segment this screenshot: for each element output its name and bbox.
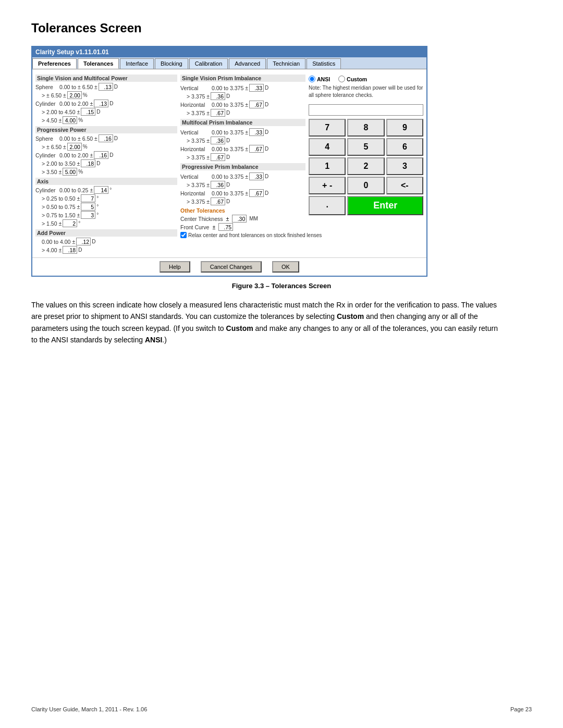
sv-cyl-r3-val[interactable]: 4.00 [63, 116, 77, 124]
ansi-custom-row: ANSI Custom [309, 76, 423, 82]
sv-multifocal-header: Single Vision and Multifocal Power [35, 75, 177, 82]
numpad-3[interactable]: 3 [386, 157, 423, 175]
axis-r1-unit: ° [109, 187, 112, 193]
sv-prism-v-r1-val[interactable]: .33 [249, 84, 264, 92]
numpad-enter[interactable]: Enter [347, 196, 423, 215]
center-thickness-val[interactable]: .30 [232, 215, 247, 223]
relax-label: Relax center and front tolerances on sto… [188, 232, 322, 238]
pp-cyl-r2-range: > 2.00 to 3.50 ± [42, 161, 80, 167]
pp-cyl-r3-val[interactable]: 5.00 [63, 168, 77, 176]
numpad-backspace[interactable]: <- [386, 177, 423, 194]
tab-preferences[interactable]: Preferences [32, 58, 77, 69]
sv-sphere-r2-unit: % [83, 92, 88, 98]
sv-cyl-r1-val[interactable]: .13 [94, 100, 108, 107]
prog-prism-h-r2-range: > 3.375 ± [187, 199, 210, 205]
add-r1-val[interactable]: .12 [76, 238, 91, 245]
sv-prism-h-r2-unit: D [226, 110, 230, 116]
pp-cyl-r1-val[interactable]: .16 [94, 151, 108, 159]
sv-cyl-r2-val[interactable]: .15 [81, 108, 95, 116]
tab-calibration[interactable]: Calibration [189, 58, 228, 69]
numpad-9[interactable]: 9 [386, 119, 423, 137]
numpad-2[interactable]: 2 [347, 157, 384, 175]
numpad-dot[interactable]: . [309, 196, 346, 215]
tab-technician[interactable]: Technician [267, 58, 305, 69]
sphere-label: Sphere [35, 84, 58, 90]
numpad-5[interactable]: 5 [347, 138, 384, 156]
prog-prism-h-r1-val[interactable]: .67 [249, 189, 264, 197]
numpad-8[interactable]: 8 [347, 119, 384, 137]
prog-prism-h-label: Horizontal [180, 190, 211, 196]
axis-row2: > 0.25 to 0.50 ± 7 ° [42, 194, 177, 202]
pp-sphere-r1-range: 0.00 to ± 6.50 ± [59, 135, 97, 142]
cyl-row3: > 4.50 ± 4.00 % [42, 116, 177, 124]
axis-r4-unit: ° [96, 212, 99, 218]
prog-prism-h-r2-val[interactable]: .67 [211, 198, 225, 205]
prog-prism-v-r2-range: > 3.375 ± [187, 182, 210, 188]
cancel-button[interactable]: Cancel Changes [201, 261, 262, 273]
body-text: The values on this screen indicate how c… [31, 299, 500, 346]
sv-sphere-r2-val[interactable]: 2.00 [67, 91, 82, 99]
sv-sphere-r1-val[interactable]: .13 [99, 83, 113, 91]
mf-prism-v-r2-val[interactable]: .36 [211, 137, 225, 144]
pp-sphere-row1: Sphere 0.00 to ± 6.50 ± .16 D [35, 134, 177, 142]
axis-r1-val[interactable]: 14 [94, 186, 108, 194]
custom-label: Custom [347, 76, 367, 82]
axis-r2-val[interactable]: 7 [81, 194, 95, 202]
axis-r5-val[interactable]: 2 [63, 219, 77, 227]
tab-bar: Preferences Tolerances Interface Blockin… [32, 57, 426, 69]
mf-prism-h-r1-range: 0.00 to 3.375 ± [212, 146, 248, 152]
title-bar: Clarity Setup v1.11.01.01 [32, 47, 426, 57]
tab-advanced[interactable]: Advanced [229, 58, 266, 69]
axis-r3-range: > 0.50 to 0.75 ± [42, 204, 80, 210]
numpad-1[interactable]: 1 [309, 157, 346, 175]
mf-prism-h-r2-val[interactable]: .67 [211, 153, 225, 161]
mf-prism-h-r1-val[interactable]: .67 [249, 145, 264, 153]
sv-prism-h-r2-val[interactable]: .67 [211, 109, 225, 117]
pp-cyl-r1-unit: D [109, 152, 113, 158]
add-power-row1: 0.00 to 4.00 ± .12 D [42, 238, 177, 245]
pp-sphere-r2-val[interactable]: 2.00 [67, 143, 82, 151]
numpad-6[interactable]: 6 [386, 138, 423, 156]
pp-sphere-r1-val[interactable]: .16 [99, 134, 113, 142]
numpad-0[interactable]: 0 [347, 177, 384, 194]
axis-r3-val[interactable]: 5 [81, 203, 95, 211]
mf-prism-v-r1-val[interactable]: .33 [249, 128, 264, 136]
prog-prism-v-r1-val[interactable]: .33 [249, 172, 264, 180]
add-r1-unit: D [92, 239, 95, 244]
main-content: Single Vision and Multifocal Power Spher… [32, 69, 426, 257]
sv-prism-v-r2-val[interactable]: .36 [211, 92, 225, 100]
sv-prism-v-r2-range: > 3.375 ± [187, 93, 210, 100]
ok-button[interactable]: OK [272, 261, 299, 273]
figure-caption: Figure 3.3 – Tolerances Screen [31, 282, 532, 290]
prog-prism-v-r2-val[interactable]: .36 [211, 181, 225, 189]
cyl-row2: > 2.00 to 4.50 ± .15 D [42, 108, 177, 116]
front-curve-val[interactable]: .75 [218, 223, 233, 231]
pp-cyl-r2-val[interactable]: .18 [81, 159, 95, 167]
tab-blocking[interactable]: Blocking [155, 58, 188, 69]
relax-checkbox[interactable] [180, 232, 187, 238]
tab-tolerances[interactable]: Tolerances [78, 58, 119, 69]
help-button[interactable]: Help [160, 261, 190, 273]
tab-statistics[interactable]: Statistics [307, 58, 341, 69]
tab-interface[interactable]: Interface [120, 58, 154, 69]
pp-sphere-r1-unit: D [114, 135, 118, 141]
custom-radio-label[interactable]: Custom [338, 76, 367, 82]
ansi-radio[interactable] [309, 76, 315, 82]
prog-prism-v-r2-unit: D [226, 182, 230, 188]
sv-prism-h-r1-val[interactable]: .67 [249, 101, 264, 108]
sv-prism-h-r1-unit: D [265, 102, 268, 107]
add-r2-val[interactable]: .18 [63, 246, 77, 254]
sv-prism-v-r1-unit: D [265, 85, 268, 91]
numpad-7[interactable]: 7 [309, 119, 346, 137]
numpad-plus-minus[interactable]: + - [309, 177, 346, 194]
numpad-4[interactable]: 4 [309, 138, 346, 156]
custom-radio[interactable] [338, 76, 345, 82]
footer-left: Clarity User Guide, March 1, 2011 - Rev.… [31, 706, 147, 712]
mf-prism-v-r2-range: > 3.375 ± [187, 138, 210, 144]
axis-r4-val[interactable]: 3 [81, 211, 95, 219]
ansi-radio-label[interactable]: ANSI [309, 76, 330, 82]
sv-prism-vertical: Vertical 0.00 to 3.375 ± .33 D > 3.375 ±… [180, 84, 305, 117]
prog-prism-v-row1: Vertical 0.00 to 3.375 ± .33 D [180, 172, 305, 180]
mf-prism-h-row1: Horizontal 0.00 to 3.375 ± .67 D [180, 145, 305, 153]
numpad: 7 8 9 4 5 6 1 2 3 + - 0 <- . Enter [309, 119, 423, 215]
